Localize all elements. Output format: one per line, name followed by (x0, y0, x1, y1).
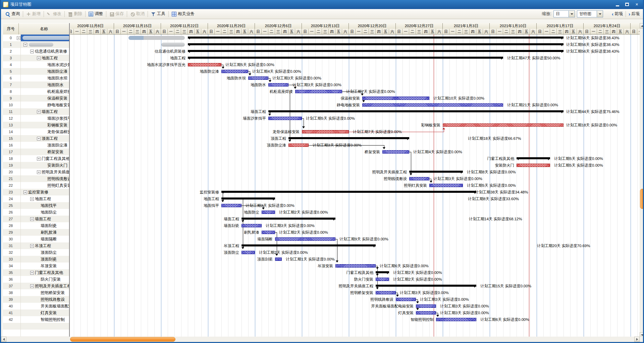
chevron-down-icon[interactable] (597, 11, 603, 17)
table-row[interactable]: 28墙面刮瓷 (3, 222, 69, 229)
table-row[interactable]: 6地面防水坝 (3, 75, 69, 81)
column-header-no[interactable]: 序号 (3, 23, 19, 35)
table-row[interactable]: 40开关面板墙面配电箱安装 (3, 303, 69, 309)
task-bar[interactable] (248, 76, 268, 80)
scroll-right-button[interactable] (634, 337, 640, 342)
task-bar[interactable] (376, 278, 389, 281)
task-bar[interactable] (221, 70, 248, 73)
summary-bar[interactable] (268, 110, 564, 112)
summary-bar[interactable] (188, 43, 564, 45)
task-bar[interactable] (241, 224, 262, 227)
summary-bar[interactable] (188, 37, 564, 39)
table-row[interactable]: 15顶面工程 (3, 135, 69, 142)
restore-button[interactable] (623, 1, 631, 8)
scroll-up-button[interactable] (640, 23, 644, 28)
tree-collapse-toggle[interactable] (30, 271, 34, 275)
table-row[interactable]: 37照明及开关插座工程 (3, 283, 69, 289)
table-row[interactable]: 31吊顶工程 (3, 242, 69, 249)
toolbar-button-相关业务[interactable]: 相关业务 (169, 10, 197, 18)
table-row[interactable]: 8机柜底座焊接 (3, 88, 69, 95)
tree-collapse-toggle[interactable] (23, 190, 27, 194)
chevron-down-icon[interactable] (569, 11, 575, 17)
task-bar[interactable] (416, 304, 436, 308)
table-row[interactable]: 1 (3, 41, 69, 48)
toolbar-button-查询[interactable]: 查询 (3, 10, 22, 18)
task-bar[interactable] (268, 83, 288, 87)
table-row[interactable]: 7地面防水 (3, 81, 69, 88)
tree-collapse-toggle[interactable] (23, 43, 27, 47)
table-row[interactable]: 23监控室装修 (3, 189, 69, 195)
table-row[interactable]: 24地面工程 (3, 195, 69, 202)
view-type-select[interactable]: 甘特图 (577, 10, 603, 17)
task-bar[interactable] (262, 231, 275, 234)
critical-task-bar[interactable] (288, 144, 309, 147)
table-row[interactable]: 34吊顶安装 (3, 263, 69, 269)
table-row[interactable]: 27墙面工程 (3, 216, 69, 222)
summary-bar[interactable] (188, 50, 564, 52)
table-row[interactable]: 41灯具安装 (3, 309, 69, 316)
task-bar[interactable] (362, 97, 429, 100)
summary-bar[interactable] (517, 157, 550, 159)
next-item-button[interactable]: › 后项 (629, 11, 640, 17)
task-bar[interactable] (295, 90, 342, 93)
summary-bar[interactable] (409, 171, 463, 173)
table-row[interactable]: 32顶面防尘 (3, 249, 69, 256)
tree-collapse-toggle[interactable] (37, 170, 41, 174)
summary-bar[interactable] (188, 57, 503, 59)
table-row[interactable]: 22照明灯具安装 (3, 182, 69, 189)
table-row[interactable]: 33顶面刮瓷 (3, 256, 69, 263)
critical-task-bar[interactable] (443, 123, 564, 127)
tree-collapse-toggle[interactable] (37, 157, 41, 161)
table-row[interactable]: 13彩钢板安装 (3, 122, 69, 128)
table-row[interactable]: 2信息通信机房装修 (3, 48, 69, 55)
tree-collapse-toggle[interactable] (37, 56, 41, 60)
summary-bar[interactable] (241, 218, 335, 220)
column-header-name[interactable]: 名称 (19, 23, 69, 35)
summary-bar[interactable] (376, 285, 476, 287)
table-row[interactable]: 21照明线缆敷设 (3, 175, 69, 182)
task-bar[interactable] (416, 311, 436, 315)
summary-bar[interactable] (241, 244, 376, 246)
task-bar[interactable] (436, 318, 476, 321)
vertical-scrollbar-thumb[interactable] (640, 189, 644, 209)
task-bar[interactable] (221, 204, 241, 207)
task-bar[interactable] (362, 103, 503, 107)
table-row[interactable]: 14龙骨保温棉安装 (3, 128, 69, 135)
table-row[interactable]: 42智能照明控制 (3, 316, 69, 323)
summary-bar[interactable] (221, 191, 476, 193)
critical-task-bar[interactable] (302, 130, 349, 133)
task-bar[interactable] (275, 237, 335, 241)
scroll-left-button[interactable] (1, 337, 6, 342)
table-row[interactable]: 35门窗工程及其他 (3, 269, 69, 276)
table-row[interactable]: 20照明及开关插座工程 (3, 169, 69, 175)
task-bar[interactable] (382, 150, 409, 154)
critical-task-bar[interactable] (188, 63, 221, 66)
tree-collapse-toggle[interactable] (30, 244, 34, 248)
horizontal-scrollbar-thumb[interactable] (70, 337, 175, 342)
table-row[interactable]: 3地面工程 (3, 55, 69, 61)
panel-splitter[interactable] (69, 23, 70, 338)
table-row[interactable]: 16顶面防尘漆 (3, 142, 69, 149)
zoom-scale-select[interactable]: 日 (553, 10, 575, 17)
summary-bar[interactable] (288, 137, 409, 139)
tree-collapse-toggle[interactable] (30, 50, 34, 53)
tree-collapse-toggle[interactable] (37, 110, 41, 114)
critical-task-bar[interactable] (517, 164, 550, 167)
toolbar-button-工具[interactable]: 工具 (149, 10, 168, 18)
tree-collapse-toggle[interactable] (30, 197, 34, 201)
toolbar-button-调整[interactable]: 调整 (86, 10, 105, 18)
table-row[interactable]: 25地面找平 (3, 202, 69, 209)
table-row[interactable]: 10静电地板安装 (3, 102, 69, 108)
table-row[interactable]: 9保温棉安装 (3, 95, 69, 102)
table-row[interactable]: 0 (3, 35, 69, 41)
tree-collapse-toggle[interactable] (30, 284, 34, 288)
task-bar[interactable] (376, 291, 396, 294)
table-row[interactable]: 29刷乳胶漆 (3, 229, 69, 236)
table-row[interactable]: 39照明线路敷设 (3, 296, 69, 303)
task-bar[interactable] (409, 177, 429, 180)
table-row[interactable]: 30墙面隔断 (3, 236, 69, 242)
minimize-button[interactable] (613, 1, 622, 8)
prev-item-button[interactable]: ‹ 前项 (612, 11, 623, 17)
task-bar[interactable] (275, 258, 282, 261)
task-bar[interactable] (268, 117, 302, 120)
